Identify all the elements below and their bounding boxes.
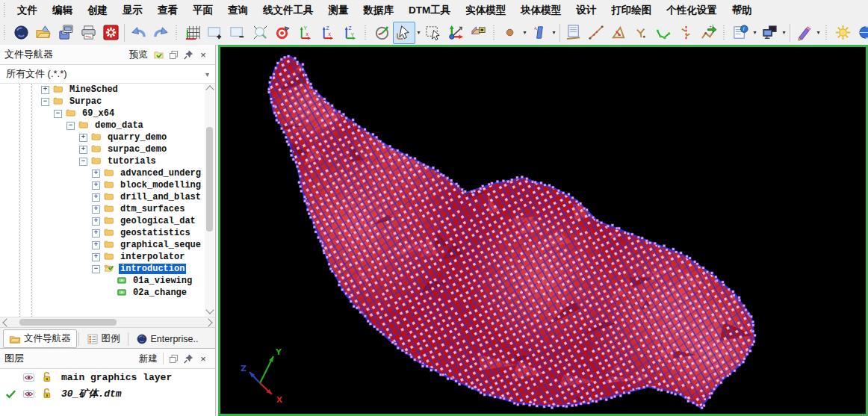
properties-caret[interactable]: ▾ — [751, 23, 758, 43]
layer-visibility-eye-icon[interactable] — [21, 387, 36, 400]
string-line-dashed-button[interactable] — [585, 22, 607, 44]
layer-visibility-eye-icon[interactable] — [21, 370, 36, 384]
menu-item-plane[interactable]: 平面 — [185, 2, 220, 19]
menu-item-plotting[interactable]: 打印绘图 — [604, 2, 659, 19]
plus-expander-icon[interactable]: + — [92, 205, 100, 214]
file-filter-dropdown[interactable]: 所有文件 (.*.*) ▾ — [0, 65, 215, 84]
string-edit-doc-button[interactable] — [562, 22, 585, 44]
string-smooth-green-button[interactable] — [652, 22, 675, 44]
tree-item-label[interactable]: geological_dat — [119, 216, 197, 226]
tree-horizontal-scrollbar[interactable] — [0, 317, 215, 327]
select-mode-caret[interactable]: ▾ — [415, 23, 422, 43]
move-3d-button[interactable] — [444, 22, 467, 44]
tree-scroll-thumb[interactable] — [206, 127, 213, 232]
tree-item-02a-change[interactable]: 02a_change — [0, 287, 215, 299]
pin-panel-icon[interactable] — [181, 351, 196, 366]
sphere-render-button[interactable] — [854, 22, 868, 44]
tree-item-69-x64[interactable]: −69_x64 — [0, 108, 215, 119]
menu-item-display[interactable]: 显示 — [115, 2, 150, 19]
tree-item-surpac-demo[interactable]: +surpac_demo — [0, 143, 215, 155]
tree-item-advanced-underg[interactable]: +advanced_underg — [0, 167, 215, 179]
tree-item-interpolator[interactable]: +interpolator — [0, 251, 215, 263]
scroll-right-icon[interactable] — [204, 318, 212, 326]
plus-expander-icon[interactable]: + — [92, 241, 100, 249]
plus-expander-icon[interactable]: + — [79, 146, 87, 154]
menu-item-edit[interactable]: 编辑 — [45, 2, 80, 19]
tab-enterprise[interactable]: Enterprise.. — [130, 330, 205, 348]
tree-item-01a-viewing[interactable]: 01a_viewing — [0, 275, 215, 287]
scroll-left-icon[interactable] — [2, 318, 10, 326]
menu-item-block-model[interactable]: 块体模型 — [513, 2, 568, 19]
tree-item-label[interactable]: dtm_surfaces — [119, 204, 186, 214]
plus-expander-icon[interactable]: + — [41, 86, 49, 94]
tree-item-label[interactable]: quarry_demo — [106, 132, 168, 143]
menu-item-customise[interactable]: 个性化设置 — [659, 2, 725, 19]
view-front-button[interactable]: Zx — [316, 22, 338, 44]
scroll-up-icon[interactable] — [205, 85, 214, 93]
menubar-grip[interactable] — [2, 3, 7, 18]
float-panel-icon[interactable] — [166, 47, 181, 62]
graphics-canvas[interactable] — [220, 47, 866, 414]
world-button[interactable] — [10, 22, 32, 44]
viewport-3d[interactable] — [218, 45, 868, 416]
menu-item-create[interactable]: 创建 — [80, 2, 115, 19]
toolbar-grip[interactable] — [363, 25, 368, 40]
tab-legend[interactable]: 图例 — [81, 329, 126, 348]
properties-button[interactable]: i — [729, 22, 751, 44]
tree-item-label[interactable]: Surpac — [68, 96, 103, 107]
minus-expander-icon[interactable]: − — [54, 110, 62, 118]
plus-expander-icon[interactable]: + — [92, 217, 100, 226]
view-side-button[interactable]: ZY — [338, 22, 361, 44]
tree-item-label[interactable]: graphical_seque — [119, 240, 202, 250]
plus-expander-icon[interactable]: + — [92, 181, 100, 190]
zoom-out-button[interactable] — [226, 22, 249, 44]
close-panel-icon[interactable]: × — [196, 47, 211, 62]
redo-button[interactable] — [149, 22, 172, 44]
tree-item-label[interactable]: 01a_viewing — [131, 276, 193, 286]
tree-vertical-scrollbar[interactable] — [205, 84, 214, 317]
tree-item-tutorials[interactable]: −tutorials — [0, 155, 215, 167]
preview-settings-icon[interactable] — [151, 47, 166, 62]
menu-item-dtm-tools[interactable]: DTM工具 — [401, 2, 458, 19]
tree-item-dtm-surfaces[interactable]: +dtm_surfaces — [0, 203, 215, 215]
layer-checkbox[interactable] — [3, 387, 18, 400]
tree-item-quarry-demo[interactable]: +quarry_demo — [0, 131, 215, 143]
tree-item-minesched[interactable]: +MineSched — [0, 84, 215, 96]
tree-item-geological-dat[interactable]: +geological_dat — [0, 215, 215, 227]
toolbar-grip[interactable] — [2, 25, 7, 40]
plus-expander-icon[interactable]: + — [92, 170, 100, 178]
tree-item-drill-and-blast[interactable]: +drill_and_blast — [0, 191, 215, 203]
tree-item-label[interactable]: surpac_demo — [106, 144, 168, 155]
zoom-in-button[interactable] — [204, 22, 226, 44]
import-button[interactable] — [32, 22, 55, 44]
toolbar-grip[interactable] — [722, 25, 727, 40]
displays-button[interactable] — [758, 22, 781, 44]
rotate-view-button[interactable] — [371, 22, 393, 44]
toolbar-grip[interactable] — [492, 25, 497, 40]
layer-row[interactable]: 30_矿体.dtm — [0, 385, 215, 402]
point-tool-button[interactable] — [499, 22, 521, 44]
tab-file-navigator[interactable]: 文件导航器 — [3, 329, 77, 348]
toolbar-grip[interactable] — [824, 25, 829, 40]
section-tool-button[interactable] — [528, 22, 551, 44]
pan-view-button[interactable] — [467, 22, 489, 44]
layer-label[interactable]: 30_矿体.dtm — [61, 387, 122, 400]
tree-item-label[interactable]: MineSched — [68, 84, 120, 95]
tree-item-geostatistics[interactable]: +geostatistics — [0, 227, 215, 239]
preview-button[interactable]: 预览 — [126, 49, 151, 61]
menu-item-survey[interactable]: 测量 — [321, 2, 356, 19]
string-vertical-dashed-button[interactable] — [675, 22, 697, 44]
minus-expander-icon[interactable]: − — [92, 265, 100, 273]
menu-item-database[interactable]: 数据库 — [356, 2, 402, 19]
tree-item-label[interactable]: interpolator — [119, 252, 186, 262]
string-close-triangle-button[interactable] — [607, 22, 630, 44]
minus-expander-icon[interactable]: − — [66, 122, 75, 130]
grid-button[interactable] — [182, 22, 204, 44]
tree-item-block-modelling[interactable]: +block_modelling — [0, 179, 215, 191]
save-button[interactable] — [55, 22, 77, 44]
menu-item-string-tools[interactable]: 线文件工具 — [255, 2, 321, 19]
layer-checkbox[interactable] — [3, 370, 18, 384]
displays-caret[interactable]: ▾ — [781, 23, 787, 43]
menu-item-help[interactable]: 帮助 — [725, 2, 760, 19]
zoom-all-button[interactable] — [271, 22, 294, 44]
